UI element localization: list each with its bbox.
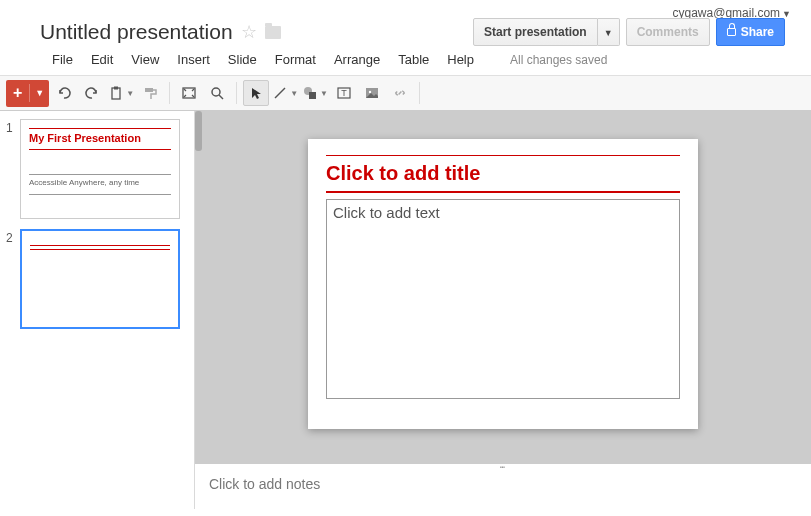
slide-title-placeholder[interactable]: Click to add title	[326, 156, 680, 191]
chevron-down-icon: ▼	[126, 89, 134, 98]
slide-thumbnail[interactable]: My First Presentation Accessible Anywher…	[20, 119, 180, 219]
redo-button[interactable]	[79, 80, 105, 106]
toolbar: + ▼ ▼ ▼ ▼ T	[0, 75, 811, 111]
slide-thumbnails-panel: 1 My First Presentation Accessible Anywh…	[0, 111, 195, 509]
undo-button[interactable]	[51, 80, 77, 106]
chevron-down-icon: ▼	[290, 89, 298, 98]
start-presentation-button[interactable]: Start presentation	[473, 18, 598, 46]
chevron-down-icon: ▼	[604, 28, 613, 38]
line-tool[interactable]: ▼	[271, 80, 299, 106]
menu-view[interactable]: View	[131, 52, 159, 67]
share-button[interactable]: Share	[716, 18, 785, 46]
svg-line-5	[219, 95, 223, 99]
lock-icon	[727, 28, 736, 36]
scrollbar-handle[interactable]	[195, 111, 202, 151]
notes-resize-handle[interactable]: ┅	[488, 463, 518, 469]
select-tool[interactable]	[243, 80, 269, 106]
menu-arrange[interactable]: Arrange	[334, 52, 380, 67]
svg-rect-0	[112, 88, 120, 99]
svg-point-12	[369, 91, 371, 93]
thumbnail-row: 2	[6, 229, 188, 329]
document-title[interactable]: Untitled presentation	[40, 20, 233, 44]
comments-button[interactable]: Comments	[626, 18, 710, 46]
svg-rect-1	[114, 87, 118, 90]
menu-slide[interactable]: Slide	[228, 52, 257, 67]
textbox-tool[interactable]: T	[331, 80, 357, 106]
slide-canvas[interactable]: Click to add title Click to add text	[195, 111, 811, 463]
menu-file[interactable]: File	[52, 52, 73, 67]
menu-edit[interactable]: Edit	[91, 52, 113, 67]
menu-help[interactable]: Help	[447, 52, 474, 67]
slide[interactable]: Click to add title Click to add text	[308, 139, 698, 429]
thumbnail-row: 1 My First Presentation Accessible Anywh…	[6, 119, 188, 219]
thumbnail-number: 2	[6, 229, 20, 329]
plus-icon: +	[6, 84, 30, 102]
menu-table[interactable]: Table	[398, 52, 429, 67]
paste-button[interactable]: ▼	[107, 80, 135, 106]
share-label: Share	[741, 25, 774, 39]
slide-body-box[interactable]: Click to add text	[326, 199, 680, 399]
speaker-notes: ┅ Click to add notes	[195, 463, 811, 509]
menu-insert[interactable]: Insert	[177, 52, 210, 67]
slide-thumbnail[interactable]	[20, 229, 180, 329]
star-icon[interactable]: ☆	[241, 21, 257, 43]
thumbnail-title: My First Presentation	[29, 132, 171, 145]
svg-rect-8	[309, 92, 316, 99]
slide-body-placeholder: Click to add text	[333, 204, 673, 221]
svg-rect-2	[145, 88, 153, 92]
start-presentation-group: Start presentation ▼	[473, 18, 620, 46]
svg-point-4	[212, 88, 220, 96]
folder-icon[interactable]	[265, 26, 281, 39]
chevron-down-icon: ▼	[320, 89, 328, 98]
start-presentation-dropdown[interactable]: ▼	[598, 18, 620, 46]
svg-text:T: T	[341, 88, 347, 98]
save-status: All changes saved	[510, 53, 607, 67]
image-tool[interactable]	[359, 80, 385, 106]
zoom-fit-button[interactable]	[176, 80, 202, 106]
menu-bar: File Edit View Insert Slide Format Arran…	[12, 46, 801, 75]
thumbnail-subtitle: Accessible Anywhere, any time	[29, 178, 171, 188]
chevron-down-icon: ▼	[30, 88, 49, 98]
shape-tool[interactable]: ▼	[301, 80, 329, 106]
paint-format-button[interactable]	[137, 80, 163, 106]
new-slide-button[interactable]: + ▼	[6, 80, 49, 107]
link-tool[interactable]	[387, 80, 413, 106]
zoom-button[interactable]	[204, 80, 230, 106]
svg-line-6	[275, 88, 285, 98]
thumbnail-number: 1	[6, 119, 20, 219]
menu-format[interactable]: Format	[275, 52, 316, 67]
